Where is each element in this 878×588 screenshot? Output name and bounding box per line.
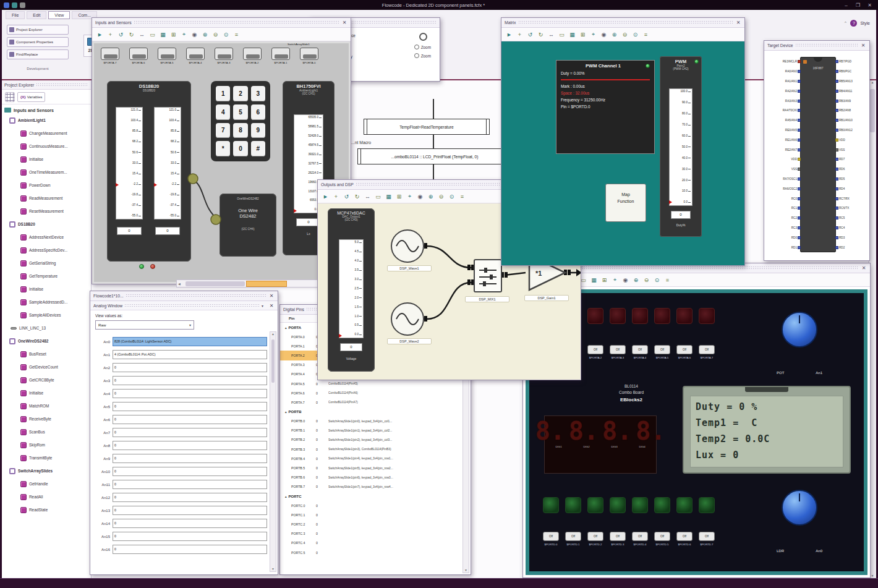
analog-value-field[interactable]: 0: [113, 376, 267, 385]
add-component-icon[interactable]: ⊞: [578, 30, 587, 40]
analog-channel-row[interactable]: An14 0: [94, 517, 267, 530]
close-icon[interactable]: [860, 43, 866, 48]
keypad-key[interactable]: 1: [216, 86, 230, 101]
tree-item[interactable]: GetTemperature: [2, 270, 91, 283]
slide-switch-toggle[interactable]: [101, 48, 119, 60]
chip-pin[interactable]: RE2/AN7: [765, 145, 801, 155]
board-switch[interactable]: Off $PORTD.4: [632, 532, 648, 546]
PORTC.2[interactable]: PORTC.2 0: [280, 519, 471, 529]
chip-pin[interactable]: RA7/OSC1: [765, 174, 801, 184]
chip-pin[interactable]: RD2: [835, 242, 869, 252]
slide-switch[interactable]: $PORTA.3: [215, 48, 233, 64]
chip-pin[interactable]: RC0: [765, 194, 801, 203]
rotate-ccw-icon[interactable]: ↺: [116, 30, 126, 40]
tree-item[interactable]: AddressSpecificDev...: [2, 244, 91, 257]
move-icon[interactable]: ↔: [137, 30, 147, 40]
pot-knob[interactable]: [782, 312, 817, 347]
add-component-icon[interactable]: ⊞: [394, 192, 404, 202]
analog-value-field[interactable]: 828 (ComboBL0114::LightSensor.ADC): [113, 337, 267, 346]
move-icon[interactable]: ↔: [547, 30, 556, 40]
dsp-wave2-component[interactable]: [391, 302, 424, 336]
analog-value-field[interactable]: 0: [113, 480, 267, 489]
slide-switch[interactable]: $PORTA.7: [101, 48, 119, 64]
grid-icon[interactable]: ▦: [568, 30, 577, 40]
panel-titlebar[interactable]: Target Device: [764, 41, 869, 51]
style-button[interactable]: Style: [860, 21, 870, 25]
analog-channel-row[interactable]: An1 4 (ComboBL0114::Pot.ADC): [94, 348, 267, 361]
chip-pin[interactable]: RA0/AN0: [765, 67, 801, 77]
chip-pin[interactable]: RB0/AN12: [835, 126, 869, 135]
chip-pin[interactable]: RD5: [835, 174, 869, 184]
analog-value-field[interactable]: 0: [113, 415, 267, 424]
chip-pin[interactable]: RD0: [765, 232, 801, 242]
target-icon[interactable]: ⌖: [179, 30, 189, 40]
chip-pin[interactable]: RC7/RX: [835, 194, 869, 203]
slide-switch-toggle[interactable]: [129, 48, 148, 60]
slide-switch-toggle[interactable]: [243, 48, 262, 60]
zoom-out-icon[interactable]: ⊖: [211, 30, 220, 40]
analog-scrollbar[interactable]: ▲▼: [270, 331, 276, 572]
PORTC.1[interactable]: PORTC.1 0: [280, 510, 471, 519]
chip-pin[interactable]: RA3/AN3: [765, 96, 801, 106]
analog-channel-row[interactable]: An6 0: [94, 413, 267, 426]
keypad-key[interactable]: 9: [251, 123, 265, 138]
pan-icon[interactable]: +: [331, 192, 341, 202]
find-replace-button[interactable]: Find/Replace: [7, 49, 69, 59]
keypad-key[interactable]: 6: [251, 104, 265, 120]
board-switch[interactable]: Off $PORTD.3: [610, 532, 626, 546]
tree-item[interactable]: Initialise: [2, 283, 91, 296]
camera-icon[interactable]: ◉: [621, 275, 630, 285]
slide-switch-toggle[interactable]: [158, 48, 176, 60]
PORTB.5[interactable]: PORTB.5 0 SwitchArraySlide1(pin5), keypa…: [280, 463, 471, 472]
chip-pin[interactable]: RB7/PGD: [835, 57, 869, 67]
analog-channel-row[interactable]: An3 0: [94, 374, 267, 387]
add-component-icon[interactable]: ⊞: [600, 275, 609, 285]
duty-value[interactable]: 0: [671, 211, 691, 219]
tree-item[interactable]: AddressNextDevice: [2, 231, 91, 244]
camera-icon[interactable]: ◉: [190, 30, 199, 40]
slide-switch[interactable]: $PORTA.6: [129, 48, 148, 64]
analog-value-field[interactable]: 0: [113, 454, 267, 463]
chip-pin[interactable]: RB6/PGC: [835, 67, 869, 77]
analog-value-field[interactable]: 0: [113, 532, 267, 541]
onewire-ds2482-component[interactable]: OneWireDS2482 One Wire DS2482 (I2C CH4): [219, 194, 276, 257]
move-icon[interactable]: ↔: [363, 192, 372, 202]
keypad-key[interactable]: 8: [233, 123, 247, 138]
zoom-out-icon[interactable]: ⊖: [620, 30, 629, 40]
slide-switch-toggle[interactable]: [271, 48, 290, 60]
chip-pin[interactable]: RA5/AN4: [765, 116, 801, 126]
board-switch[interactable]: Off $PORTD.2: [587, 532, 603, 546]
close-icon[interactable]: [341, 20, 347, 25]
keypad-key[interactable]: 5: [233, 104, 247, 120]
tree-item[interactable]: GetDeviceCount: [2, 360, 91, 373]
board-switch[interactable]: Off $PORTA.5: [654, 345, 670, 359]
inputs-2d-panel[interactable]: SwitchArraySlide1 $PORTA.7 $PORTA.6 $POR…: [92, 41, 351, 284]
tree-item[interactable]: ReadAll: [2, 490, 91, 503]
chip-pin[interactable]: RA6/OSC2: [765, 184, 801, 194]
map-function-component[interactable]: Map Function: [605, 184, 646, 222]
zoom-in-icon[interactable]: ⊕: [200, 30, 210, 40]
ribbon-tab[interactable]: File: [6, 11, 25, 19]
target-icon[interactable]: ⌖: [589, 30, 598, 40]
analog-channel-row[interactable]: An7 0: [94, 426, 267, 439]
chip-pin[interactable]: RD4: [835, 184, 869, 194]
zoom-fit-icon[interactable]: ⊙: [631, 30, 640, 40]
close-button[interactable]: ✕: [865, 2, 874, 8]
chip-pin[interactable]: VSS: [835, 145, 869, 155]
port-group-row[interactable]: PORTC: [280, 492, 471, 501]
PORTC.0[interactable]: PORTC.0 0: [280, 501, 471, 510]
analog-value-field[interactable]: 0: [113, 506, 267, 515]
tree-item[interactable]: ContinuousMeasure...: [2, 140, 91, 153]
slide-switch[interactable]: $PORTA.4: [186, 48, 205, 64]
panel-titlebar[interactable]: Matrix: [501, 18, 744, 28]
chip-pin[interactable]: RE3/MCLR: [765, 57, 801, 67]
options-icon[interactable]: ≡: [458, 192, 467, 202]
slide-switch[interactable]: $PORTA.2: [243, 48, 262, 64]
keypad-key[interactable]: 2: [233, 86, 247, 101]
flowchart-component-macro-call-2[interactable]: ...omboBL0114 :: LCD_PrintFloat (TempFlo…: [357, 148, 512, 164]
analog-channel-row[interactable]: An2 0: [94, 361, 267, 374]
dsp-wave1-component[interactable]: [391, 229, 424, 263]
flowchart-component-macro-call[interactable]: TempFloat=ReadTemperature: [364, 119, 490, 135]
scrollbar-thumb[interactable]: [185, 281, 245, 286]
tree-item[interactable]: MatchROM: [2, 399, 91, 412]
